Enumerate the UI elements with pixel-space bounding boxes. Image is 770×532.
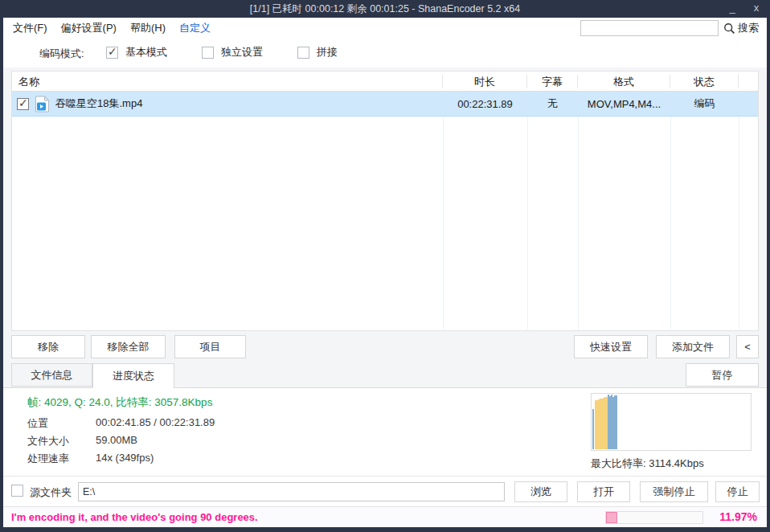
file-size-label: 文件大小 <box>27 435 69 447</box>
collapse-button[interactable]: < <box>736 335 759 358</box>
independent-settings-label: 独立设置 <box>221 45 263 59</box>
bitrate-chart <box>591 393 752 451</box>
row-checkbox[interactable]: ✓ <box>17 98 29 110</box>
menu-bar: 文件(F) 偏好设置(P) 帮助(H) 自定义 搜索 <box>3 18 767 39</box>
encode-mode-label: 编码模式: <box>39 47 84 61</box>
file-status: 编码 <box>670 92 739 116</box>
bitrate-bar <box>616 395 617 449</box>
independent-settings-checkbox[interactable]: ✓ <box>202 47 214 59</box>
speed-row: 处理速率 14x (349fps) <box>27 452 69 466</box>
position-value: 00:02:41.85 / 00:22:31.89 <box>96 416 215 428</box>
search-icon <box>723 23 735 35</box>
column-header-blank <box>739 75 758 88</box>
grid-line <box>670 117 671 329</box>
column-header-duration[interactable]: 时长 <box>443 75 527 88</box>
speed-label: 处理速率 <box>27 452 69 464</box>
source-path-input[interactable] <box>78 482 505 501</box>
column-header-name[interactable]: 名称 <box>12 75 443 88</box>
pause-button[interactable]: 暂停 <box>686 363 759 387</box>
file-table: 名称 时长 字幕 格式 状态 ✓ <box>11 71 759 331</box>
grid-line <box>578 117 579 329</box>
minimize-button[interactable]: _ <box>727 0 738 18</box>
file-name: 吞噬星空18集.mp4 <box>55 96 142 111</box>
table-row[interactable]: ✓ 吞噬星空18集.mp4 00:22:31.89 无 MOV,MP4,M4..… <box>12 92 758 117</box>
grid-line <box>739 117 739 329</box>
check-icon: ✓ <box>108 45 117 58</box>
menu-help[interactable]: 帮助(H) <box>130 21 166 35</box>
speed-value: 14x (349fps) <box>96 452 154 464</box>
stop-button[interactable]: 停止 <box>715 481 760 502</box>
title-bar: [1/1] 已耗时 00:00:12 剩余 00:01:25 - ShanaEn… <box>0 0 770 18</box>
max-bitrate-label: 最大比特率: 3114.4Kbps <box>591 456 704 471</box>
search-button[interactable]: 搜索 <box>723 20 759 36</box>
encode-progress-bar <box>605 511 703 524</box>
position-label: 位置 <box>27 417 48 429</box>
grid-line <box>527 117 528 329</box>
status-bar: I'm encoding it, and the video's going 9… <box>3 506 767 527</box>
bitrate-bar <box>592 409 594 449</box>
app-window: [1/1] 已耗时 00:00:12 剩余 00:01:25 - ShanaEn… <box>0 0 770 532</box>
add-files-button[interactable]: 添加文件 <box>656 335 730 358</box>
source-folder-bar: ✓ 源文件夹 浏览 打开 强制停止 停止 <box>3 476 767 506</box>
file-duration: 00:22:31.89 <box>443 92 527 116</box>
remove-button[interactable]: 移除 <box>11 335 85 358</box>
concat-label: 拼接 <box>317 45 338 59</box>
search-button-label: 搜索 <box>738 21 759 35</box>
tab-file-info[interactable]: 文件信息 <box>11 363 92 387</box>
window-content: 文件(F) 偏好设置(P) 帮助(H) 自定义 搜索 编码模式: ✓ 基本模式 … <box>3 18 767 527</box>
column-header-subtitle[interactable]: 字幕 <box>527 75 578 88</box>
file-format: MOV,MP4,M4... <box>578 92 670 116</box>
basic-mode-checkbox[interactable]: ✓ <box>106 47 118 59</box>
column-header-status[interactable]: 状态 <box>670 75 739 88</box>
project-button[interactable]: 项目 <box>174 335 246 358</box>
browse-button[interactable]: 浏览 <box>514 481 567 502</box>
close-button[interactable]: x <box>751 0 762 18</box>
file-size-value: 59.00MB <box>96 434 137 446</box>
basic-mode-option[interactable]: ✓ 基本模式 <box>106 45 167 59</box>
check-icon: ✓ <box>18 96 28 109</box>
window-title: [1/1] 已耗时 00:00:12 剩余 00:01:25 - ShanaEn… <box>250 3 520 14</box>
menu-preferences[interactable]: 偏好设置(P) <box>61 21 117 35</box>
file-size-row: 文件大小 59.00MB <box>27 434 69 448</box>
table-header: 名称 时长 字幕 格式 状态 <box>12 72 758 92</box>
encode-percent: 11.97% <box>719 510 757 523</box>
quick-settings-button[interactable]: 快速设置 <box>574 335 648 358</box>
open-button[interactable]: 打开 <box>577 481 630 502</box>
menu-file[interactable]: 文件(F) <box>13 21 47 35</box>
source-folder-checkbox[interactable]: ✓ <box>11 485 23 497</box>
source-folder-label: 源文件夹 <box>30 485 72 500</box>
search-input[interactable] <box>580 20 719 36</box>
tab-progress-status[interactable]: 进度状态 <box>92 363 174 388</box>
concat-option[interactable]: ✓ 拼接 <box>297 45 338 59</box>
encode-mode-bar: 编码模式: ✓ 基本模式 ✓ 独立设置 ✓ 拼接 <box>3 39 767 68</box>
video-file-icon <box>35 96 50 113</box>
encode-progress-fill <box>606 512 617 523</box>
force-stop-button[interactable]: 强制停止 <box>640 481 708 502</box>
concat-checkbox[interactable]: ✓ <box>297 47 309 59</box>
grid-line <box>443 117 444 329</box>
position-row: 位置 00:02:41.85 / 00:22:31.89 <box>27 416 48 431</box>
file-subtitle: 无 <box>527 92 578 116</box>
remove-all-button[interactable]: 移除全部 <box>91 335 166 358</box>
encode-stats-line: 帧: 4029, Q: 24.0, 比特率: 3057.8Kbps <box>27 395 212 410</box>
menu-customize[interactable]: 自定义 <box>179 21 211 35</box>
column-header-format[interactable]: 格式 <box>578 75 670 88</box>
independent-settings-option[interactable]: ✓ 独立设置 <box>202 45 263 59</box>
basic-mode-label: 基本模式 <box>125 45 167 59</box>
status-message: I'm encoding it, and the video's going 9… <box>11 511 258 523</box>
